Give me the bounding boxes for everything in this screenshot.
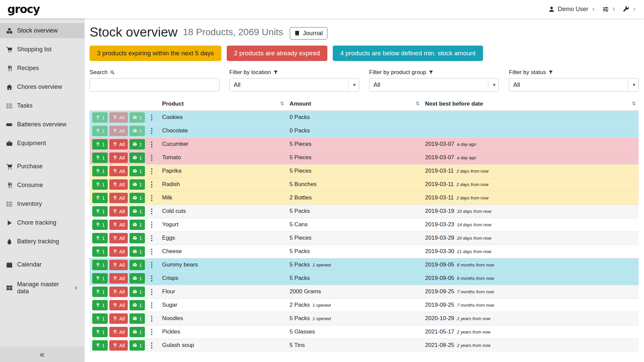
user-menu[interactable]: Demo User xyxy=(548,6,596,13)
filter-by-status-select[interactable]: All xyxy=(509,78,639,92)
consume-all-button[interactable]: All xyxy=(109,260,128,270)
consume-one-button[interactable]: 1 xyxy=(92,300,108,310)
consume-all-button[interactable]: All xyxy=(109,153,128,163)
consume-one-button[interactable]: 1 xyxy=(92,112,108,123)
consume-one-button[interactable]: 1 xyxy=(92,340,108,351)
consume-all-button[interactable]: All xyxy=(109,327,128,337)
consume-one-button[interactable]: 1 xyxy=(92,273,108,284)
sidebar-item-manage-master-data[interactable]: Manage master data xyxy=(0,280,84,295)
open-one-button[interactable]: 1 xyxy=(129,153,145,163)
sidebar-item-shopping-list[interactable]: Shopping list xyxy=(0,42,84,57)
consume-one-button[interactable]: 1 xyxy=(92,327,108,337)
consume-one-button[interactable]: 1 xyxy=(92,179,108,190)
open-one-button[interactable]: 1 xyxy=(129,340,145,351)
consume-one-button[interactable]: 1 xyxy=(92,233,108,243)
column-header-next-best-before-date[interactable]: Next best before date⇅ xyxy=(422,98,639,111)
consume-all-button[interactable]: All xyxy=(109,246,128,257)
row-menu-button[interactable]: ⋮ xyxy=(147,193,157,203)
consume-all-button[interactable]: All xyxy=(109,273,128,284)
consume-all-button[interactable]: All xyxy=(109,340,128,351)
row-menu-button[interactable]: ⋮ xyxy=(147,220,157,230)
column-header-amount[interactable]: Amount⇅ xyxy=(287,98,422,111)
column-header-product[interactable]: Product⇅ xyxy=(159,98,287,111)
open-one-button[interactable]: 1 xyxy=(129,300,145,310)
app-logo[interactable]: grocy xyxy=(7,3,40,16)
open-one-button[interactable]: 1 xyxy=(129,126,145,136)
row-menu-button[interactable]: ⋮ xyxy=(147,327,157,337)
open-one-button[interactable]: 1 xyxy=(129,220,145,230)
consume-one-button[interactable]: 1 xyxy=(92,313,108,324)
row-menu-button[interactable]: ⋮ xyxy=(147,260,157,270)
sort-icon[interactable]: ⇅ xyxy=(416,101,420,107)
row-menu-button[interactable]: ⋮ xyxy=(147,139,157,149)
sidebar-item-calendar[interactable]: Calendar xyxy=(0,257,84,272)
consume-one-button[interactable]: 1 xyxy=(92,246,108,257)
row-menu-button[interactable]: ⋮ xyxy=(147,273,157,284)
filter-by-product-group-select-control[interactable]: All xyxy=(370,78,499,91)
consume-one-button[interactable]: 1 xyxy=(92,153,108,163)
consume-all-button[interactable]: All xyxy=(109,233,128,243)
row-menu-button[interactable]: ⋮ xyxy=(147,246,157,257)
row-menu-button[interactable]: ⋮ xyxy=(147,179,157,190)
consume-one-button[interactable]: 1 xyxy=(92,126,108,136)
sidebar-item-inventory[interactable]: Inventory xyxy=(0,196,84,212)
search-input[interactable] xyxy=(90,78,219,92)
sidebar-item-tasks[interactable]: Tasks xyxy=(0,98,84,113)
consume-all-button[interactable]: All xyxy=(109,300,128,310)
consume-all-button[interactable]: All xyxy=(109,126,128,136)
consume-one-button[interactable]: 1 xyxy=(92,193,108,203)
sidebar-item-chore-tracking[interactable]: Chore tracking xyxy=(0,215,84,230)
sidebar-item-batteries-overview[interactable]: Batteries overview xyxy=(0,117,84,132)
consume-all-button[interactable]: All xyxy=(109,220,128,230)
row-menu-button[interactable]: ⋮ xyxy=(147,112,157,123)
open-one-button[interactable]: 1 xyxy=(129,112,145,123)
settings-menu[interactable] xyxy=(602,6,616,12)
open-one-button[interactable]: 1 xyxy=(129,193,145,203)
consume-all-button[interactable]: All xyxy=(109,166,128,176)
consume-one-button[interactable]: 1 xyxy=(92,287,108,297)
open-one-button[interactable]: 1 xyxy=(129,166,145,176)
sidebar-item-recipes[interactable]: Recipes xyxy=(0,61,84,76)
consume-one-button[interactable]: 1 xyxy=(92,206,108,217)
open-one-button[interactable]: 1 xyxy=(129,179,145,190)
row-menu-button[interactable]: ⋮ xyxy=(147,126,157,136)
sidebar-item-battery-tracking[interactable]: Battery tracking xyxy=(0,234,84,249)
open-one-button[interactable]: 1 xyxy=(129,287,145,297)
open-one-button[interactable]: 1 xyxy=(129,327,145,337)
filter-by-location-select[interactable]: All xyxy=(229,78,359,92)
sort-icon[interactable]: ⇅ xyxy=(632,101,636,107)
sidebar-item-consume[interactable]: Consume xyxy=(0,178,84,193)
open-one-button[interactable]: 1 xyxy=(129,273,145,284)
sidebar-item-chores-overview[interactable]: Chores overview xyxy=(0,79,84,95)
sidebar-item-stock-overview[interactable]: Stock overview xyxy=(0,23,84,38)
consume-all-button[interactable]: All xyxy=(109,179,128,190)
filter-by-location-select-control[interactable]: All xyxy=(230,78,359,91)
consume-all-button[interactable]: All xyxy=(109,313,128,324)
consume-all-button[interactable]: All xyxy=(109,193,128,203)
row-menu-button[interactable]: ⋮ xyxy=(147,287,157,297)
row-menu-button[interactable]: ⋮ xyxy=(147,153,157,163)
status-banner-1[interactable]: 3 products expiring within the next 5 da… xyxy=(90,46,221,61)
open-one-button[interactable]: 1 xyxy=(129,313,145,324)
filter-by-status-select-control[interactable]: All xyxy=(509,78,638,91)
admin-menu[interactable] xyxy=(623,6,637,12)
consume-all-button[interactable]: All xyxy=(109,112,128,123)
consume-all-button[interactable]: All xyxy=(109,287,128,297)
journal-button[interactable]: Journal xyxy=(290,27,327,40)
consume-one-button[interactable]: 1 xyxy=(92,260,108,270)
status-banner-2[interactable]: 2 products are already expired xyxy=(227,46,328,61)
sidebar-item-purchase[interactable]: Purchase xyxy=(0,159,84,174)
sidebar-item-equipment[interactable]: Equipment xyxy=(0,136,84,151)
consume-one-button[interactable]: 1 xyxy=(92,139,108,149)
consume-one-button[interactable]: 1 xyxy=(92,220,108,230)
sort-icon[interactable]: ⇅ xyxy=(280,101,284,107)
open-one-button[interactable]: 1 xyxy=(129,233,145,243)
status-banner-3[interactable]: 4 products are below defined min. stock … xyxy=(333,46,483,61)
consume-all-button[interactable]: All xyxy=(109,139,128,149)
sidebar-collapse-button[interactable]: « xyxy=(0,347,84,362)
filter-by-product-group-select[interactable]: All xyxy=(369,78,499,92)
row-menu-button[interactable]: ⋮ xyxy=(147,340,157,351)
row-menu-button[interactable]: ⋮ xyxy=(147,233,157,243)
open-one-button[interactable]: 1 xyxy=(129,139,145,149)
open-one-button[interactable]: 1 xyxy=(129,260,145,270)
